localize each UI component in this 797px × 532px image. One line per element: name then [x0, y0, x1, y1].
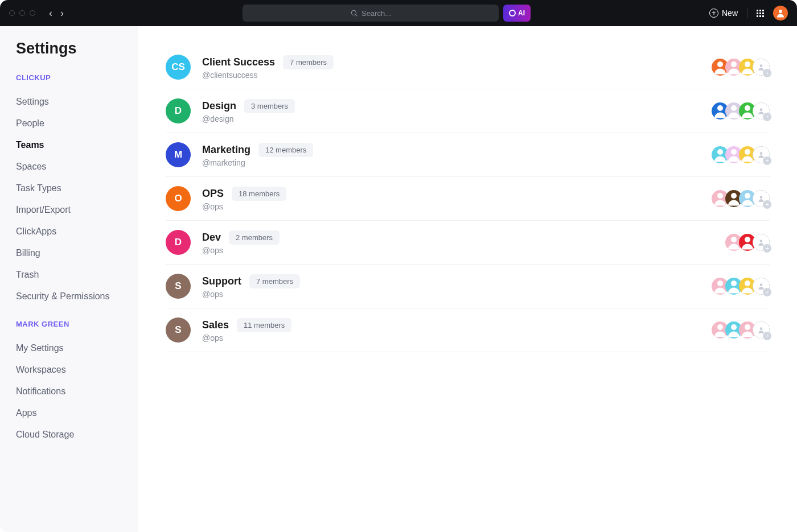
page-title: Settings — [16, 40, 122, 57]
svg-point-24 — [745, 281, 750, 286]
member-count-pill: 7 members — [249, 274, 300, 288]
svg-point-19 — [731, 237, 737, 242]
close-window-icon[interactable] — [9, 10, 15, 16]
add-member-button[interactable]: + — [753, 278, 770, 295]
svg-point-9 — [745, 105, 750, 111]
team-handle: @ops — [202, 246, 280, 255]
svg-point-26 — [717, 324, 723, 330]
sidebar-item-task-types[interactable]: Task Types — [16, 178, 122, 199]
apps-grid-icon[interactable] — [757, 10, 764, 17]
member-count-pill: 7 members — [283, 55, 334, 69]
team-avatar: O — [166, 186, 191, 211]
plus-badge-icon: + — [763, 69, 771, 77]
team-name: Support — [202, 275, 241, 287]
plus-badge-icon: + — [763, 332, 771, 340]
user-avatar[interactable] — [773, 6, 788, 20]
team-handle: @design — [202, 114, 295, 123]
team-row[interactable]: OOPS18 members@ops+ — [166, 177, 770, 221]
sidebar-item-people[interactable]: People — [16, 113, 122, 134]
svg-point-0 — [351, 10, 356, 15]
team-handle: @ops — [202, 290, 300, 299]
team-info: OPS18 members@ops — [202, 187, 286, 211]
team-handle: @clientsuccess — [202, 71, 334, 80]
plus-badge-icon: + — [763, 244, 771, 253]
member-count-pill: 2 members — [229, 230, 280, 245]
svg-point-23 — [731, 281, 737, 286]
member-avatars: + — [712, 278, 770, 295]
svg-point-17 — [745, 193, 750, 199]
sidebar-item-notifications[interactable]: Notifications — [16, 381, 122, 402]
minimize-window-icon[interactable] — [19, 10, 25, 16]
team-row[interactable]: SSupport7 members@ops+ — [166, 265, 770, 308]
sidebar-item-trash[interactable]: Trash — [16, 264, 122, 286]
sidebar-item-apps[interactable]: Apps — [16, 402, 122, 424]
svg-line-1 — [356, 15, 358, 17]
sidebar-item-spaces[interactable]: Spaces — [16, 156, 122, 178]
sidebar-section-workspace: CLICKUP — [16, 73, 122, 82]
svg-point-20 — [745, 237, 750, 242]
maximize-window-icon[interactable] — [30, 10, 35, 16]
divider — [747, 8, 747, 18]
team-avatar: S — [166, 274, 191, 299]
add-member-button[interactable]: + — [753, 190, 770, 207]
add-member-button[interactable]: + — [753, 321, 770, 339]
person-icon — [775, 8, 786, 18]
sidebar-item-my-settings[interactable]: My Settings — [16, 337, 122, 359]
svg-point-25 — [760, 283, 763, 286]
plus-badge-icon: + — [763, 156, 771, 165]
sidebar-item-security-permissions[interactable]: Security & Permissions — [16, 286, 122, 307]
new-button[interactable]: + New — [709, 9, 738, 18]
team-info: Design3 members@design — [202, 99, 295, 123]
plus-circle-icon: + — [709, 9, 718, 18]
sidebar-item-settings[interactable]: Settings — [16, 91, 122, 113]
svg-point-6 — [760, 64, 763, 67]
team-avatar: D — [166, 230, 191, 255]
team-handle: @ops — [202, 202, 286, 211]
search-placeholder: Search... — [361, 9, 391, 18]
sidebar-section-user: MARK GREEN — [16, 320, 122, 328]
ai-button[interactable]: AI — [503, 5, 531, 22]
svg-point-28 — [745, 324, 750, 330]
member-count-pill: 3 members — [244, 99, 295, 113]
forward-button[interactable]: › — [60, 7, 64, 19]
sidebar-item-clickapps[interactable]: ClickApps — [16, 221, 122, 242]
window-controls — [9, 10, 35, 16]
team-avatar: M — [166, 142, 191, 167]
add-member-button[interactable]: + — [753, 59, 770, 76]
search-icon — [350, 9, 358, 17]
svg-point-21 — [760, 240, 763, 242]
add-member-button[interactable]: + — [753, 146, 770, 163]
member-avatars: + — [712, 321, 770, 339]
team-row[interactable]: DDesign3 members@design+ — [166, 89, 770, 133]
add-member-button[interactable]: + — [753, 234, 770, 251]
sidebar-item-import-export[interactable]: Import/Export — [16, 199, 122, 221]
team-avatar: D — [166, 98, 191, 123]
svg-point-7 — [717, 105, 723, 111]
sidebar-item-billing[interactable]: Billing — [16, 242, 122, 264]
member-count-pill: 12 members — [258, 143, 313, 157]
team-row[interactable]: MMarketing12 members@marketing+ — [166, 133, 770, 177]
svg-point-2 — [779, 10, 782, 13]
team-avatar: CS — [166, 55, 191, 80]
svg-point-29 — [760, 327, 763, 330]
team-name: Dev — [202, 232, 221, 244]
member-avatars: + — [712, 190, 770, 207]
sidebar-item-cloud-storage[interactable]: Cloud Storage — [16, 424, 122, 446]
plus-badge-icon: + — [763, 200, 771, 209]
member-count-pill: 18 members — [232, 187, 286, 201]
nav-arrows: ‹ › — [49, 7, 64, 19]
team-row[interactable]: DDev2 members@ops+ — [166, 221, 770, 265]
back-button[interactable]: ‹ — [49, 7, 52, 19]
ai-label: AI — [518, 9, 525, 17]
team-row[interactable]: CSClient Success7 members@clientsuccess+ — [166, 51, 770, 89]
team-name: Marketing — [202, 144, 250, 156]
svg-point-16 — [731, 193, 737, 199]
member-avatars: + — [712, 146, 770, 163]
svg-point-18 — [760, 196, 763, 199]
search-input[interactable]: Search... — [243, 5, 499, 22]
team-row[interactable]: SSales11 members@ops+ — [166, 308, 770, 352]
sidebar-item-teams[interactable]: Teams — [16, 134, 122, 156]
add-member-button[interactable]: + — [753, 102, 770, 119]
topbar: ‹ › Search... AI + New — [0, 0, 797, 26]
sidebar-item-workspaces[interactable]: Workspaces — [16, 359, 122, 381]
